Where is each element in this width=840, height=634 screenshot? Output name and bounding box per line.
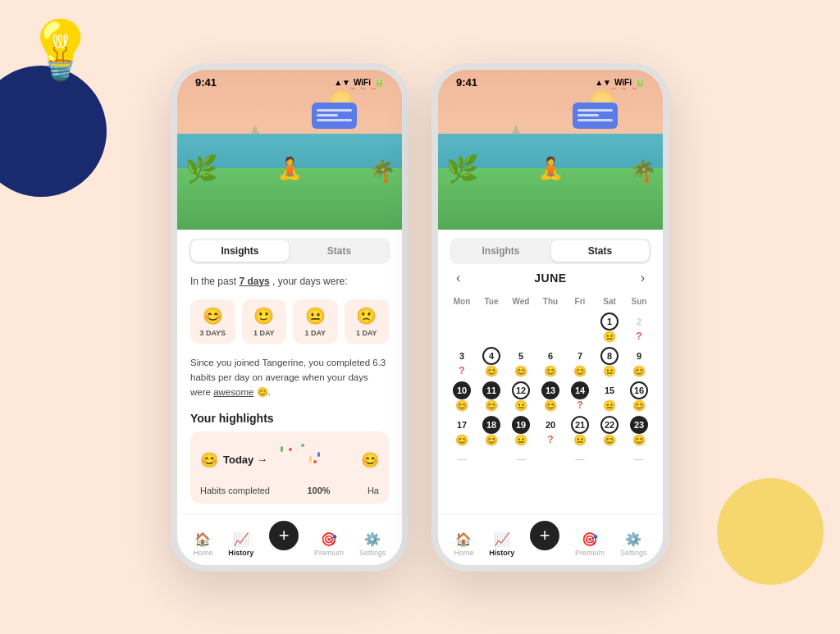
cal-cell-9[interactable]: 9 😊 xyxy=(625,345,653,378)
cal-cell-20[interactable]: 20 ? xyxy=(536,414,564,447)
cal-cell-12[interactable]: 12 😐 xyxy=(507,380,535,413)
insights-body: In the past 7 days , your days were: 😊 3… xyxy=(177,264,402,513)
cal-cell-dash2: — xyxy=(507,449,535,470)
calendar-body: ‹ JUNE › Mon Tue Wed Thu Fri Sat Sun xyxy=(438,264,663,477)
cal-cell-empty-5 xyxy=(566,311,594,344)
highlights-title: Your highlights xyxy=(190,412,389,425)
bottom-nav-1: 🏠 Home 📈 History + 🎯 Premium ⚙️ Settings xyxy=(177,513,402,565)
calendar-header: ‹ JUNE › xyxy=(448,271,653,285)
cal-cell-empty-4 xyxy=(536,311,564,344)
cal-cell-3[interactable]: 3 ? xyxy=(448,345,476,378)
nav-history-1[interactable]: 📈 History xyxy=(228,531,253,557)
time-1: 9:41 xyxy=(195,76,217,89)
mood-card-0: 😊 3 DAYS xyxy=(190,299,235,344)
day-header-mon: Mon xyxy=(448,294,476,309)
hero-image-2: ~ ~ ~ 🌿 🌴 🧘 9:41 xyxy=(438,70,663,230)
day-header-sun: Sun xyxy=(625,294,653,309)
tab-bar-2: Insights Stats xyxy=(450,238,651,264)
cal-cell-13[interactable]: 13 😊 xyxy=(536,380,564,413)
cal-cell-empty-w5-2 xyxy=(477,449,505,470)
hero-card-2 xyxy=(573,103,618,129)
cal-cell-6[interactable]: 6 😊 xyxy=(536,345,564,378)
cal-cell-dash4: — xyxy=(625,449,653,470)
cal-cell-empty-2 xyxy=(477,311,505,344)
cal-cell-22[interactable]: 22 😊 xyxy=(596,414,623,447)
plant-right: 🌴 xyxy=(369,159,395,185)
phone-2: ~ ~ ~ 🌿 🌴 🧘 9:41 xyxy=(431,63,669,572)
tab-insights-2[interactable]: Insights xyxy=(452,240,550,262)
cal-prev[interactable]: ‹ xyxy=(451,271,465,285)
cal-cell-10[interactable]: 10 😊 xyxy=(448,380,476,413)
cal-cell-empty-1 xyxy=(448,311,476,344)
bg-circle-blue xyxy=(0,66,107,197)
summary-text: In the past 7 days , your days were: xyxy=(190,274,389,290)
tab-bar-1: Insights Stats xyxy=(189,238,390,264)
confetti xyxy=(272,440,322,481)
nav-home-2[interactable]: 🏠 Home xyxy=(454,531,473,557)
status-icons-2: ▲▼ WiFi 🔋 xyxy=(595,78,645,87)
hero-card xyxy=(312,103,357,129)
cal-cell-1[interactable]: 1 😐 xyxy=(596,311,623,344)
cal-cell-empty-w5-6 xyxy=(596,449,623,470)
cal-cell-18[interactable]: 18 😊 xyxy=(477,414,505,447)
mood-card-1: 🙂 1 DAY xyxy=(242,299,287,344)
nav-history-2[interactable]: 📈 History xyxy=(489,531,514,557)
hero-image-1: ~ ~ ~ 🌿 🌴 🧘 xyxy=(177,70,402,230)
cal-cell-16[interactable]: 16 😊 xyxy=(625,380,653,413)
day-header-thu: Thu xyxy=(536,294,564,309)
phones-container: ~ ~ ~ 🌿 🌴 🧘 xyxy=(171,63,669,572)
day-header-wed: Wed xyxy=(507,294,535,309)
nav-add-2[interactable]: + xyxy=(530,521,559,550)
bottom-nav-2: 🏠 Home 📈 History + 🎯 Premium ⚙️ Settings xyxy=(438,513,663,565)
cal-cell-23[interactable]: 23 😊 xyxy=(625,414,653,447)
nav-settings-1[interactable]: ⚙️ Settings xyxy=(359,531,386,557)
status-bar-1: 9:41 ▲▼ WiFi 🔋 xyxy=(177,70,402,92)
mood-row: 😊 3 DAYS 🙂 1 DAY 😐 1 DAY 🙁 xyxy=(190,299,389,344)
status-icons-1: ▲▼ WiFi 🔋 xyxy=(334,78,384,87)
cal-cell-4[interactable]: 4 😊 xyxy=(477,345,505,378)
tab-insights-1[interactable]: Insights xyxy=(191,240,289,262)
cal-cell-8[interactable]: 8 😐 xyxy=(596,345,623,378)
habit-text: Since you joined Tangerine, you complete… xyxy=(190,355,389,400)
phone-1-content: Insights Stats In the past 7 days , your… xyxy=(177,230,402,513)
plant-right-2: 🌴 xyxy=(630,159,656,185)
nav-premium-2[interactable]: 🎯 Premium xyxy=(575,531,605,557)
cal-cell-14[interactable]: 14 ? xyxy=(566,380,594,413)
phone-1: ~ ~ ~ 🌿 🌴 🧘 xyxy=(171,63,409,572)
cal-month: JUNE xyxy=(534,271,566,285)
cal-cell-21[interactable]: 21 😐 xyxy=(566,414,594,447)
day-header-tue: Tue xyxy=(477,294,505,309)
cal-cell-5[interactable]: 5 😊 xyxy=(507,345,535,378)
cal-cell-2[interactable]: 2 ? xyxy=(625,311,653,344)
cal-cell-dash1: — xyxy=(448,449,476,470)
plant-left-2: 🌿 xyxy=(446,153,479,185)
cal-cell-dash3: — xyxy=(566,449,594,470)
tab-stats-1[interactable]: Stats xyxy=(290,240,388,262)
cal-cell-19[interactable]: 19 😐 xyxy=(507,414,535,447)
nav-home-1[interactable]: 🏠 Home xyxy=(193,531,212,557)
cal-cell-17[interactable]: 17 😊 xyxy=(448,414,476,447)
nav-settings-2[interactable]: ⚙️ Settings xyxy=(620,531,647,557)
day-header-fri: Fri xyxy=(566,294,594,309)
lightbulb-icon: 💡 xyxy=(25,16,96,84)
plant-left: 🌿 xyxy=(185,153,218,185)
cal-next[interactable]: › xyxy=(636,271,650,285)
day-header-sat: Sat xyxy=(596,294,623,309)
nav-premium-1[interactable]: 🎯 Premium xyxy=(314,531,344,557)
cal-cell-11[interactable]: 11 😊 xyxy=(477,380,505,413)
phone-2-content: Insights Stats ‹ JUNE › Mon Tue Wed xyxy=(438,230,663,513)
time-2: 9:41 xyxy=(456,76,477,89)
highlight-card: 😊 Today → 😊 xyxy=(190,431,389,504)
cal-cell-empty-w5-4 xyxy=(536,449,564,470)
cal-cell-7[interactable]: 7 😊 xyxy=(566,345,594,378)
bg-circle-yellow xyxy=(717,478,824,585)
calendar-grid: Mon Tue Wed Thu Fri Sat Sun xyxy=(448,294,653,470)
cal-cell-15[interactable]: 15 😐 xyxy=(596,380,623,413)
nav-add-1[interactable]: + xyxy=(269,521,299,550)
status-bar-2: 9:41 ▲▼ WiFi 🔋 xyxy=(438,70,663,92)
cal-cell-empty-3 xyxy=(507,311,535,344)
mood-card-2: 😐 1 DAY xyxy=(293,299,338,344)
mood-card-3: 🙁 1 DAY xyxy=(345,299,390,344)
tab-stats-2[interactable]: Stats xyxy=(551,240,649,262)
